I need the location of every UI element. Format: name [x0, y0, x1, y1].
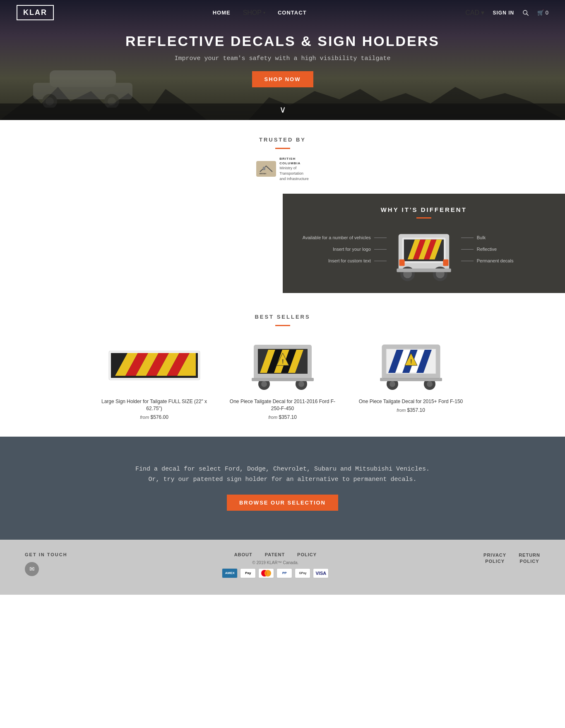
browse-text-2: Or, try our patented sign holder for an …: [148, 476, 416, 483]
svg-rect-26: [397, 269, 451, 272]
feature-line-icon-3: [374, 261, 387, 261]
why-content: Available for a number of vehicles Inser…: [295, 227, 553, 285]
footer-policy-links: PRIVACYPOLICY RETURNPOLICY: [483, 552, 540, 565]
why-left-spacer: [0, 194, 283, 293]
payment-amex: AMEX: [222, 568, 238, 578]
svg-point-8: [46, 97, 54, 106]
svg-point-10: [108, 97, 116, 106]
why-feature-text-bulk: Bulk: [477, 235, 486, 240]
svg-text:!: !: [282, 358, 284, 365]
footer-top: GET IN TOUCH ✉ ABOUT PATENT POLICY © 201…: [25, 552, 540, 578]
product-name-2: One Piece Tailgate Decal for 2011-2016 F…: [227, 398, 339, 412]
trusted-label: TRUSTED BY: [0, 137, 565, 143]
svg-text:!: !: [410, 358, 412, 365]
payment-paypal: PP: [276, 568, 292, 578]
feature-line-icon: [374, 238, 387, 238]
svg-rect-6: [50, 70, 116, 87]
feature-right-line-icon: [461, 238, 474, 238]
footer-payments: AMEX Pay PP GPay VISA: [67, 568, 483, 578]
header-right: CAD ▾ SIGN IN 🛒 0: [465, 9, 548, 17]
feature-right-line-icon-3: [461, 261, 474, 261]
scroll-down-chevron-icon[interactable]: ∨: [279, 104, 286, 115]
products-grid: Large Sign Holder for Tailgate FULL SIZE…: [17, 339, 548, 420]
product-card-3[interactable]: ! One Piece Tailgate Decal for 2015+ For…: [355, 339, 467, 420]
footer-left: GET IN TOUCH ✉: [25, 552, 67, 576]
footer-link-about[interactable]: ABOUT: [234, 552, 252, 557]
shop-now-button[interactable]: SHOP NOW: [252, 71, 313, 87]
get-in-touch-label: GET IN TOUCH: [25, 552, 67, 557]
truck-illustration: [387, 227, 461, 285]
payment-mastercard: [258, 568, 274, 578]
why-feature-permanent: Permanent decals: [461, 258, 553, 263]
product-price-1: from $576.00: [99, 414, 210, 420]
nav-contact[interactable]: CONTACT: [278, 10, 307, 16]
bc-ministry-text: BRITISH COLUMBIA Ministry of Transportat…: [279, 156, 309, 181]
shop-chevron-icon: ▾: [263, 10, 265, 15]
why-different-section: WHY IT'S DIFFERENT Available for a numbe…: [0, 194, 565, 293]
svg-point-64: [427, 381, 433, 387]
footer-return-policy[interactable]: RETURNPOLICY: [519, 552, 540, 565]
site-footer: GET IN TOUCH ✉ ABOUT PATENT POLICY © 201…: [0, 540, 565, 595]
payment-apple-pay: Pay: [240, 568, 256, 578]
svg-rect-65: [380, 378, 442, 381]
footer-nav: ABOUT PATENT POLICY: [67, 552, 483, 557]
hero-content: REFLECTIVE DECALS & SIGN HOLDERS Improve…: [117, 33, 448, 87]
hero-title: REFLECTIVE DECALS & SIGN HOLDERS: [125, 33, 440, 49]
footer-privacy-policy[interactable]: PRIVACYPOLICY: [483, 552, 506, 565]
browse-section: Find a decal for select Ford, Dodge, Che…: [0, 437, 565, 540]
footer-right: PRIVACYPOLICY RETURNPOLICY: [483, 552, 540, 565]
svg-point-48: [261, 381, 267, 387]
browse-button[interactable]: BROWSE OUR SELECTION: [227, 495, 338, 511]
why-feature-bulk: Bulk: [461, 235, 553, 240]
why-feature-text-permanent: Permanent decals: [477, 258, 514, 263]
why-features-right: Bulk Reflective Permanent decals: [461, 227, 553, 263]
product-card-1[interactable]: Large Sign Holder for Tailgate FULL SIZE…: [99, 339, 210, 420]
footer-center: ABOUT PATENT POLICY © 2019 KLAR™ Canada.…: [67, 552, 483, 578]
trusted-section: TRUSTED BY BRITISH BRITISH COLUMBIA Mini…: [0, 120, 565, 194]
why-feature-text-custom: Insert for custom text: [328, 258, 371, 263]
best-sellers-divider: [275, 325, 290, 326]
why-feature-logo: Insert for your logo: [295, 247, 387, 252]
svg-point-0: [523, 10, 527, 14]
main-nav: HOME SHOP ▾ CONTACT: [213, 9, 307, 17]
payment-visa: VISA: [313, 568, 329, 578]
nav-home[interactable]: HOME: [213, 10, 231, 16]
svg-rect-51: [252, 378, 314, 381]
why-title: WHY IT'S DIFFERENT: [295, 206, 553, 213]
search-icon[interactable]: [522, 10, 529, 16]
product-card-2[interactable]: ! One Piece Tailgate Decal for 2011-2016…: [227, 339, 339, 420]
browse-text-1: Find a decal for select Ford, Dodge, Che…: [135, 466, 430, 473]
why-feature-vehicles: Available for a number of vehicles: [295, 235, 387, 240]
sign-in-link[interactable]: SIGN IN: [493, 10, 514, 16]
footer-email-icon[interactable]: ✉: [25, 562, 39, 576]
svg-point-68: [264, 570, 271, 577]
product-name-3: One Piece Tailgate Decal for 2015+ Ford …: [355, 398, 467, 405]
best-sellers-section: BEST SELLERS Large Sign Hol: [0, 293, 565, 437]
product-name-1: Large Sign Holder for Tailgate FULL SIZE…: [99, 398, 210, 412]
feature-line-icon-2: [374, 249, 387, 250]
why-feature-text-item: Insert for custom text: [295, 258, 387, 263]
nav-shop[interactable]: SHOP ▾: [243, 9, 265, 17]
hero-subtitle: Improve your team's safety with a high v…: [125, 55, 440, 62]
svg-line-1: [527, 14, 529, 16]
logo[interactable]: KLAR: [17, 5, 54, 20]
svg-point-62: [389, 381, 395, 387]
why-orange-divider: [416, 217, 431, 219]
why-feature-reflective: Reflective: [461, 247, 553, 252]
svg-point-50: [298, 381, 304, 387]
svg-text:BRITISH: BRITISH: [260, 173, 266, 175]
currency-selector[interactable]: CAD ▾: [465, 9, 484, 17]
footer-link-patent[interactable]: PATENT: [265, 552, 285, 557]
product-price-2: from $357.10: [227, 414, 339, 420]
feature-right-line-icon-2: [461, 249, 474, 250]
footer-copyright: © 2019 KLAR™ Canada.: [67, 560, 483, 565]
product-image-1: [99, 339, 210, 392]
svg-rect-27: [399, 259, 404, 266]
why-right-panel: WHY IT'S DIFFERENT Available for a numbe…: [283, 194, 565, 293]
footer-link-policy[interactable]: POLICY: [297, 552, 317, 557]
trusted-logos: BRITISH BRITISH COLUMBIA Ministry of Tra…: [0, 156, 565, 181]
cart-icon[interactable]: 🛒 0: [537, 10, 548, 16]
svg-rect-12: [263, 167, 265, 170]
svg-rect-28: [443, 259, 448, 266]
why-feature-text-logo: Insert for your logo: [333, 247, 371, 252]
